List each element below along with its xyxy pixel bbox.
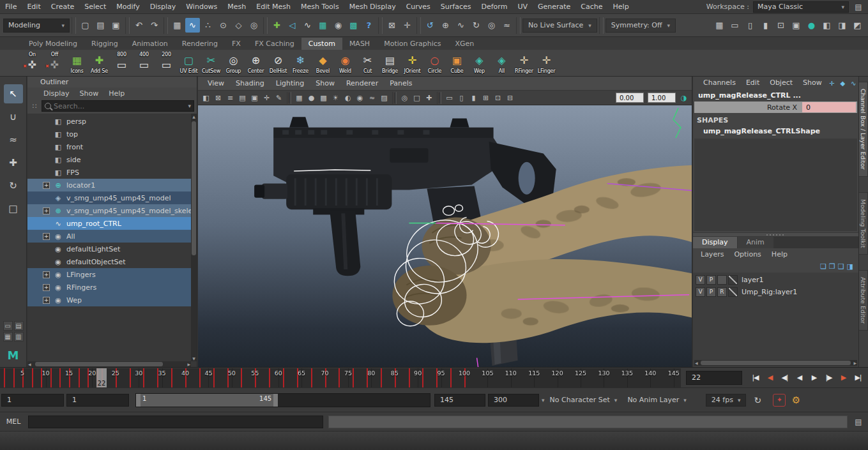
playback-end-field[interactable]: 145: [434, 394, 485, 407]
scroll-right-icon[interactable]: ▶: [853, 361, 857, 365]
angle-tool-icon[interactable]: ◁: [285, 18, 300, 33]
viewport-menu-item[interactable]: View: [202, 77, 230, 90]
channel-manip-icon[interactable]: ✛: [827, 79, 837, 88]
shelf-button[interactable]: ✛ LFinger: [536, 51, 557, 75]
anim-layer-dropdown[interactable]: No Anim Layer ▾: [622, 394, 691, 407]
layer-playback-toggle[interactable]: P: [706, 287, 716, 297]
lasso-select-tool[interactable]: ∪: [4, 107, 23, 126]
animation-start-field[interactable]: 1: [1, 394, 64, 407]
curve-edit-icon[interactable]: ∿: [300, 18, 315, 33]
keyframe-tick[interactable]: [241, 368, 242, 387]
menubar-item[interactable]: Deform: [476, 0, 512, 13]
sidebar-vertical-tab[interactable]: Attribute Editor: [859, 270, 868, 331]
sidebar-vertical-tab[interactable]: Channel Box / Layer Editor: [859, 82, 868, 177]
shelf-button[interactable]: ✜ Off ✖: [44, 51, 65, 75]
2d-pan-zoom-icon[interactable]: ✛: [261, 92, 273, 104]
no-live-surface-dropdown[interactable]: No Live Surface ▾: [522, 19, 597, 33]
new-empty-layer-icon[interactable]: ❏: [820, 262, 826, 271]
lock-camera-icon[interactable]: ⊠: [212, 92, 224, 104]
outliner-row[interactable]: + ◧ side: [27, 153, 191, 166]
shelf-tab[interactable]: Animation: [125, 38, 175, 50]
menubar-item[interactable]: Surfaces: [436, 0, 476, 13]
layer-row[interactable]: V P R Ump_Rig:layer1: [694, 286, 857, 298]
menu-set-dropdown[interactable]: Modeling ▾: [3, 19, 70, 33]
menubar-item[interactable]: Curves: [401, 0, 436, 13]
keyframe-tick[interactable]: [171, 368, 172, 387]
go-to-start-button[interactable]: |◀: [749, 371, 762, 385]
outliner-row[interactable]: + ◉ RFingers: [27, 281, 191, 294]
command-language-toggle[interactable]: MEL: [4, 417, 23, 426]
keyframe-tick[interactable]: [450, 368, 452, 387]
outliner-row[interactable]: + ◧ FPS: [27, 166, 191, 179]
shelf-button[interactable]: ✜ On ✖: [22, 51, 43, 75]
keyframe-tick[interactable]: [409, 368, 410, 387]
shelf-button[interactable]: ▤ Bridge: [379, 51, 400, 75]
expand-toggle-icon[interactable]: +: [43, 271, 50, 278]
layer-color-swatch[interactable]: [728, 287, 738, 297]
layer-visibility-toggle[interactable]: V: [696, 275, 705, 285]
shelf-button[interactable]: ◈ All: [491, 51, 512, 75]
shelf-tab[interactable]: Poly Modeling: [22, 38, 84, 50]
range-slider-track[interactable]: 1 145: [135, 393, 430, 407]
menubar-item[interactable]: Help: [608, 0, 634, 13]
shelf-button[interactable]: ▢ UV Edit: [178, 51, 199, 75]
keyframe-tick[interactable]: [4, 368, 5, 387]
menubar-item[interactable]: File: [0, 0, 22, 13]
use-all-lights-icon[interactable]: ☀: [330, 92, 342, 104]
add-to-selection-icon[interactable]: ✚: [270, 18, 284, 33]
keyframe-tick[interactable]: [130, 368, 131, 387]
scroll-right-icon[interactable]: ▶: [187, 362, 190, 366]
playback-range-bar[interactable]: 1 145: [136, 394, 278, 407]
scroll-left-icon[interactable]: ◀: [28, 362, 31, 366]
shelf-tab[interactable]: Motion Graphics: [377, 38, 448, 50]
new-layer-from-selected-icon[interactable]: ❐: [829, 262, 835, 271]
shelf-button[interactable]: ▭ 800: [111, 51, 132, 75]
outliner-row[interactable]: + ◉ defaultObjectSet: [27, 255, 191, 268]
outliner-row[interactable]: + ◧ front: [27, 140, 191, 153]
safe-title-icon[interactable]: ▣: [789, 18, 803, 33]
keyframe-tick[interactable]: [13, 368, 15, 387]
shelf-button[interactable]: ❄ Freeze: [290, 51, 311, 75]
safe-action-icon[interactable]: ⊡: [492, 92, 504, 104]
soft-select-icon[interactable]: ◉: [331, 18, 346, 33]
shelf-button[interactable]: ◉ Weld: [335, 51, 356, 75]
snap-to-curve-icon[interactable]: ∿: [185, 18, 200, 33]
viewport-menu-item[interactable]: Shading: [230, 77, 270, 90]
outliner-row[interactable]: + ◧ top: [27, 128, 191, 140]
quad-draw-icon[interactable]: ▦: [316, 18, 330, 33]
layer-editor-menu-item[interactable]: Options: [729, 248, 766, 260]
next-frame-button[interactable]: |▶: [822, 371, 835, 385]
gamma-field[interactable]: 1.00: [648, 93, 676, 103]
layer-display-type-toggle[interactable]: R: [717, 287, 727, 297]
current-frame-field[interactable]: 22: [686, 371, 742, 385]
keyframe-tick[interactable]: [143, 368, 144, 387]
animation-end-field[interactable]: 300: [488, 394, 539, 407]
layer-playback-toggle[interactable]: P: [706, 275, 716, 285]
layer-color-swatch[interactable]: [728, 275, 738, 285]
select-tool[interactable]: ↖: [4, 84, 23, 103]
bookmarks-icon[interactable]: ▤: [236, 92, 248, 104]
channel-box-menu-item[interactable]: Channels: [698, 77, 741, 89]
channel-box-menu-item[interactable]: Show: [798, 77, 827, 89]
new-scene-layer-icon[interactable]: ❑: [838, 262, 844, 271]
shelf-button[interactable]: ✂ Cut: [357, 51, 378, 75]
tool-settings-toggle-icon[interactable]: ◨: [835, 18, 849, 33]
shelf-button[interactable]: ◆ Bevel: [312, 51, 333, 75]
outliner-row[interactable]: + ◉ defaultLightSet: [27, 243, 191, 255]
shelf-button[interactable]: ✂ CutSew: [201, 51, 222, 75]
exposure-field[interactable]: 0.00: [616, 93, 644, 103]
film-gate-icon[interactable]: ▯: [455, 92, 468, 104]
command-input[interactable]: [28, 416, 323, 428]
chevron-down-icon[interactable]: ▾: [188, 103, 191, 109]
snap-to-point-icon[interactable]: ∴: [201, 18, 215, 33]
separator[interactable]: │: [437, 92, 441, 104]
panel-splitter[interactable]: [693, 232, 858, 237]
center-pivot-icon[interactable]: ⊕: [438, 18, 453, 33]
viewport-menu-item[interactable]: Show: [310, 77, 340, 90]
range-start-handle[interactable]: [136, 394, 141, 407]
help-mode-icon[interactable]: ?: [362, 18, 376, 33]
outliner-row[interactable]: + ∿ ump_root_CTRL: [27, 217, 191, 230]
open-scene-icon[interactable]: ▤: [93, 18, 108, 33]
outliner-row[interactable]: + ⊕ locator1: [27, 179, 191, 191]
outliner-row[interactable]: + ◉ LFingers: [27, 268, 191, 281]
